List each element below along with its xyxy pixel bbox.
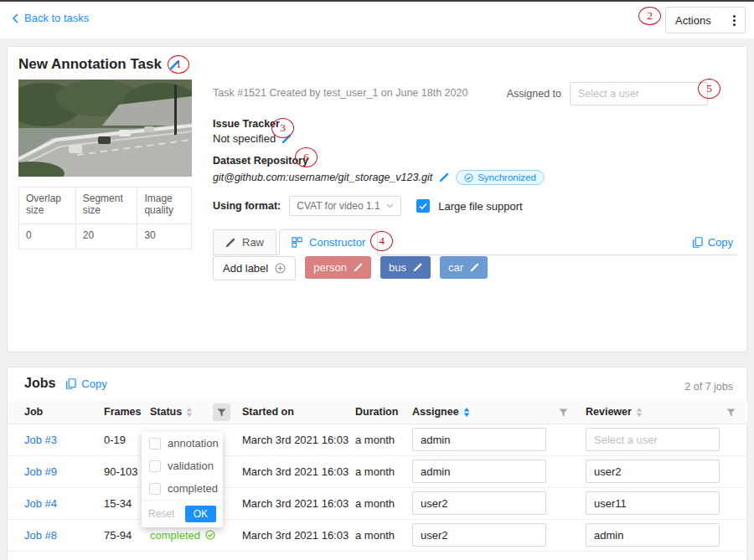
started-cell: March 3rd 2021 16:03: [235, 424, 349, 455]
copy-jobs-button[interactable]: Copy: [65, 378, 106, 390]
annotation-circle-4: 4: [370, 231, 393, 251]
using-format-label: Using format:: [213, 200, 281, 212]
sync-status-badge[interactable]: Synchronized: [456, 170, 545, 185]
job-link[interactable]: Job #8: [24, 529, 57, 542]
copy-icon: [65, 378, 76, 389]
param-value-quality: 30: [137, 224, 192, 249]
dataset-repository-row: git@github.com:username/git_storage_v123…: [213, 170, 545, 185]
label-chip-name: car: [448, 261, 463, 274]
column-label-assignee: Assignee: [412, 406, 459, 418]
repository-edit-icon[interactable]: [439, 172, 449, 182]
assigned-to-group: Assigned to: [507, 82, 708, 105]
jobs-title: Jobs: [24, 376, 55, 391]
back-to-tasks-link[interactable]: Back to tasks: [12, 12, 89, 24]
assigned-to-input[interactable]: [570, 82, 708, 105]
sort-icon-assignee[interactable]: [463, 408, 470, 417]
filter-icon-status[interactable]: [213, 403, 230, 421]
copy-labels-button[interactable]: Copy: [692, 236, 733, 249]
filter-option-label: validation: [168, 460, 214, 472]
label-chip-bus[interactable]: bus: [380, 256, 431, 279]
label-edit-icon[interactable]: [354, 263, 363, 272]
tab-raw[interactable]: Raw: [213, 229, 276, 255]
status-text: completed: [150, 529, 200, 542]
column-header-job: Job: [8, 401, 97, 424]
annotation-circle-5: 5: [698, 79, 720, 99]
dataset-repository-url: git@github.com:username/git_storage_v123…: [213, 172, 432, 183]
filter-reset-button[interactable]: Reset: [148, 508, 174, 520]
filter-ok-button[interactable]: OK: [185, 506, 216, 522]
label-edit-icon[interactable]: [413, 263, 422, 272]
annotation-circle-2: 2: [638, 7, 661, 25]
label-chip-name: bus: [389, 261, 406, 274]
duration-cell: a month: [349, 424, 405, 455]
filter-option-label: annotation: [168, 437, 219, 450]
filter-icon-assignee[interactable]: [555, 403, 572, 421]
task-params-table: Overlap size Segment size Image quality …: [18, 187, 192, 249]
param-header-segment: Segment size: [75, 188, 137, 224]
assignee-input[interactable]: [412, 460, 546, 483]
reviewer-input[interactable]: [586, 428, 720, 451]
table-row-job8: Job #8 75-94 completed March 3rd 2021 16…: [8, 519, 748, 551]
filter-option-validation[interactable]: validation: [142, 455, 223, 477]
checkbox-icon[interactable]: [149, 438, 161, 450]
label-chip-person[interactable]: person: [305, 256, 371, 279]
param-value-overlap: 0: [19, 224, 76, 249]
column-label-status: Status: [150, 406, 182, 418]
frames-cell: 75-94: [97, 519, 143, 551]
checkbox-icon[interactable]: [149, 460, 161, 472]
format-select-value: CVAT for video 1.1: [297, 200, 380, 212]
plus-circle-icon: [275, 263, 286, 274]
frames-cell: 90-103: [97, 455, 143, 487]
sync-status-label: Synchronized: [478, 172, 536, 182]
annotation-circle-6: 6: [295, 147, 318, 167]
jobs-table: Job Frames Status Started on Duration As…: [8, 401, 748, 552]
filter-footer: Reset OK: [142, 500, 223, 527]
column-header-started: Started on: [235, 401, 349, 424]
checkbox-icon[interactable]: [149, 483, 161, 495]
reviewer-input[interactable]: [586, 460, 720, 483]
sort-icon-reviewer[interactable]: [636, 408, 643, 417]
sort-icon-status[interactable]: [186, 408, 193, 417]
reviewer-input[interactable]: [586, 491, 720, 515]
job-link[interactable]: Job #4: [24, 497, 57, 510]
filter-option-completed[interactable]: completed: [142, 477, 223, 500]
tab-raw-label: Raw: [242, 236, 264, 249]
reviewer-input[interactable]: [586, 523, 720, 547]
task-meta: Task #1521 Created by test_user_1 on Jun…: [213, 87, 467, 99]
tab-constructor[interactable]: Constructor: [279, 229, 378, 255]
label-edit-icon[interactable]: [470, 263, 479, 272]
task-details-card: New Annotation Task Overlap size Segment…: [7, 46, 747, 352]
dataset-repository-label: Dataset Repository: [213, 155, 308, 167]
format-select[interactable]: CVAT for video 1.1: [289, 196, 401, 216]
filter-icon-reviewer[interactable]: [722, 403, 740, 421]
param-value-segment: 20: [75, 224, 137, 249]
table-row-job9: Job #9 90-103 March 3rd 2021 16:03 a mon…: [8, 455, 748, 487]
actions-button[interactable]: Actions: [665, 7, 746, 33]
actions-label: Actions: [675, 14, 711, 27]
job-link[interactable]: Job #3: [24, 434, 57, 446]
add-label-button[interactable]: Add label: [213, 256, 296, 280]
copy-label: Copy: [708, 236, 733, 249]
large-file-checkbox[interactable]: [416, 199, 430, 213]
issue-tracker-label: Issue Tracker: [213, 118, 280, 130]
duration-cell: a month: [349, 487, 405, 519]
frames-cell: 0-19: [97, 424, 143, 455]
label-chip-car[interactable]: car: [440, 256, 488, 279]
back-label: Back to tasks: [24, 12, 89, 24]
job-link[interactable]: Job #9: [24, 465, 57, 478]
annotation-circle-1: 1: [168, 55, 189, 74]
chevron-down-icon: [386, 203, 394, 208]
filter-option-annotation[interactable]: annotation: [142, 432, 223, 455]
started-cell: March 3rd 2021 16:03: [235, 487, 349, 519]
constructor-icon: [292, 237, 302, 248]
assignee-input[interactable]: [412, 491, 546, 515]
annotation-circle-3: 3: [271, 118, 294, 138]
started-cell: March 3rd 2021 16:03: [235, 455, 349, 487]
jobs-header: Jobs Copy: [24, 376, 107, 391]
more-icon[interactable]: [733, 15, 736, 26]
table-row-job4: Job #4 15-34 March 3rd 2021 16:03 a mont…: [8, 487, 748, 519]
assignee-input[interactable]: [412, 428, 546, 451]
check-circle-icon: [205, 530, 215, 540]
frames-cell: 15-34: [97, 487, 143, 519]
assignee-input[interactable]: [412, 523, 546, 547]
